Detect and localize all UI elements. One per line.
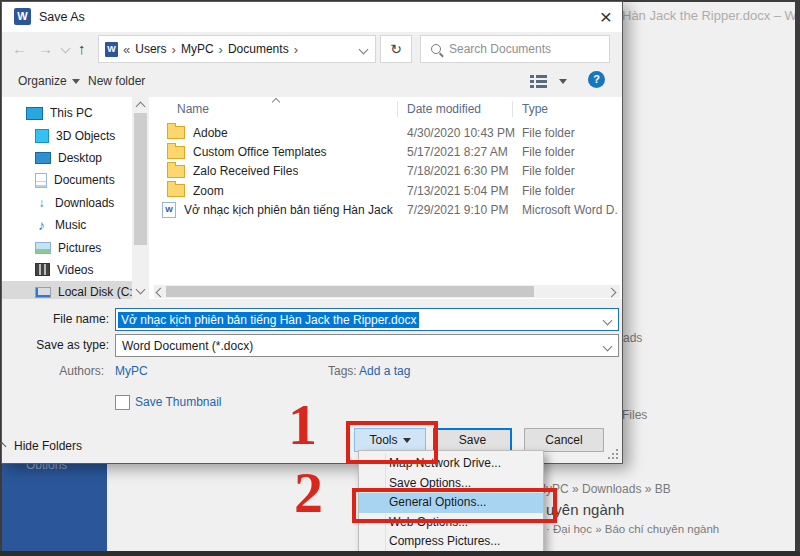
step2-highlight-box — [352, 488, 557, 523]
close-icon[interactable]: × — [600, 4, 612, 30]
chevron-down-icon[interactable] — [603, 316, 613, 326]
command-toolbar: Organize New folder ? — [2, 66, 622, 98]
table-row[interactable]: Adobe4/30/2020 10:43 PMFile folder — [154, 123, 620, 142]
navigation-pane: This PC 3D Objects Desktop Documents ↓Do… — [2, 97, 132, 299]
sort-ascending-icon[interactable] — [272, 98, 280, 106]
add-a-tag-link[interactable]: Add a tag — [359, 364, 410, 378]
column-name[interactable]: Name — [177, 102, 209, 116]
folder-icon — [167, 184, 185, 197]
save-button[interactable]: Save — [433, 428, 512, 452]
screen-edge — [0, 551, 800, 556]
table-row[interactable]: Zalo Received Files7/18/2021 6:30 PMFile… — [154, 162, 620, 181]
file-name-input[interactable]: Vở nhạc kịch phiên bản tiếng Hàn Jack th… — [115, 308, 619, 331]
column-type[interactable]: Type — [522, 102, 548, 116]
horizontal-scrollbar[interactable] — [154, 285, 620, 298]
folder-icon — [167, 165, 185, 178]
scroll-right-icon[interactable] — [607, 288, 617, 298]
resize-grip[interactable] — [608, 449, 618, 459]
sidebar-scrollbar[interactable] — [132, 97, 149, 299]
navigation-bar: ← → ↑ W « Users › MyPC › Documents › ↻ — [2, 32, 622, 66]
scroll-up-icon[interactable] — [136, 102, 146, 112]
sidebar-item-downloads[interactable]: ↓Downloads — [2, 192, 132, 214]
screen-edge — [795, 0, 800, 556]
breadcrumb-item-mypc[interactable]: MyPC — [181, 42, 214, 56]
disk-icon — [35, 287, 51, 298]
authors-value[interactable]: MyPC — [115, 364, 148, 378]
organize-dropdown-icon — [72, 79, 80, 84]
document-icon — [35, 173, 47, 188]
file-list: Name Date modified Type Adobe4/30/2020 1… — [154, 97, 620, 299]
scrollbar-thumb[interactable] — [134, 113, 147, 245]
organize-button[interactable]: Organize — [18, 74, 80, 88]
cancel-button[interactable]: Cancel — [524, 428, 604, 452]
chevron-down-icon[interactable] — [603, 342, 613, 352]
breadcrumb-dropdown-icon[interactable] — [359, 45, 369, 55]
save-as-type-label: Save as type: — [4, 338, 109, 352]
music-icon: ♪ — [35, 217, 48, 233]
file-name-value[interactable]: Vở nhạc kịch phiên bản tiếng Hàn Jack th… — [118, 312, 419, 328]
tags-label: Tags: — [328, 364, 357, 378]
save-as-type-value: Word Document (*.docx) — [122, 339, 253, 353]
background-fragment-files: Files — [622, 408, 647, 422]
refresh-icon[interactable]: ↻ — [380, 35, 412, 63]
table-row[interactable]: Custom Office Templates5/17/2021 8:27 AM… — [154, 142, 620, 161]
save-thumbnail-checkbox[interactable] — [115, 395, 130, 410]
chevron-up-icon — [0, 442, 6, 452]
sidebar-item-music[interactable]: ♪Music — [2, 214, 132, 236]
forward-icon[interactable]: → — [38, 40, 53, 57]
column-divider[interactable] — [512, 101, 513, 117]
search-icon — [431, 44, 441, 54]
dialog-titlebar: W Save As × — [2, 2, 622, 32]
views-dropdown-icon[interactable] — [559, 79, 567, 84]
picture-icon — [35, 242, 51, 254]
save-as-type-select[interactable]: Word Document (*.docx) — [115, 334, 619, 357]
sidebar-item-local-disk-c[interactable]: Local Disk (C:) — [2, 281, 132, 299]
breadcrumb[interactable]: W « Users › MyPC › Documents › — [98, 35, 376, 63]
dialog-title: Save As — [39, 10, 85, 24]
file-rows: Adobe4/30/2020 10:43 PMFile folder Custo… — [154, 123, 620, 220]
file-name-label: File name: — [4, 312, 109, 326]
search-input[interactable] — [447, 41, 591, 57]
column-divider[interactable] — [397, 101, 398, 117]
pc-icon — [26, 107, 43, 120]
breadcrumb-item-users[interactable]: Users — [135, 42, 166, 56]
browse-area: This PC 3D Objects Desktop Documents ↓Do… — [2, 97, 622, 299]
folder-icon — [167, 126, 185, 139]
sidebar-item-pictures[interactable]: Pictures — [2, 236, 132, 258]
scroll-left-icon[interactable] — [156, 288, 166, 298]
scroll-down-icon[interactable] — [136, 285, 146, 295]
sidebar-item-3d-objects[interactable]: 3D Objects — [2, 124, 132, 146]
sidebar-item-documents[interactable]: Documents — [2, 169, 132, 191]
background-window-title: Hàn Jack the Ripper.docx – Word — [622, 8, 800, 23]
step1-number: 1 — [288, 396, 317, 454]
sidebar-item-this-pc[interactable]: This PC — [2, 102, 132, 124]
help-icon[interactable]: ? — [588, 71, 605, 88]
scrollbar-thumb[interactable] — [166, 286, 534, 297]
hide-folders-button[interactable]: Hide Folders — [14, 439, 82, 453]
word-app-icon: W — [14, 8, 31, 25]
background-fragment-heading: uyên ngành — [546, 501, 624, 518]
search-box[interactable] — [420, 35, 610, 63]
folder-icon — [167, 146, 185, 159]
desktop-icon — [35, 152, 51, 164]
table-row[interactable]: Zoom7/13/2021 5:04 PMFile folder — [154, 181, 620, 200]
step2-number: 2 — [294, 464, 323, 522]
word-backstage-panel: Options — [2, 462, 107, 552]
breadcrumb-overflow-icon[interactable]: « — [123, 42, 130, 57]
view-details-icon[interactable] — [530, 75, 547, 88]
new-folder-button[interactable]: New folder — [88, 74, 145, 88]
breadcrumb-separator-icon: › — [294, 42, 298, 57]
file-list-header: Name Date modified Type — [154, 97, 620, 121]
location-doc-icon: W — [105, 42, 118, 57]
sidebar-item-desktop[interactable]: Desktop — [2, 147, 132, 169]
background-fragment-downloads: ads — [623, 331, 642, 345]
history-chevron-icon[interactable] — [61, 44, 71, 54]
column-date-modified[interactable]: Date modified — [407, 102, 481, 116]
sidebar-item-videos[interactable]: Videos — [2, 259, 132, 281]
menu-item-compress-pictures[interactable]: Compress Pictures... — [359, 532, 543, 552]
breadcrumb-item-documents[interactable]: Documents — [228, 42, 289, 56]
up-icon[interactable]: ↑ — [78, 40, 86, 57]
background-fragment-subpath: · Đại học » Báo chí chuyên ngành — [546, 523, 719, 535]
back-icon[interactable]: ← — [12, 40, 27, 57]
table-row[interactable]: WVở nhạc kịch phiên bản tiếng Hàn Jack t… — [154, 201, 620, 220]
